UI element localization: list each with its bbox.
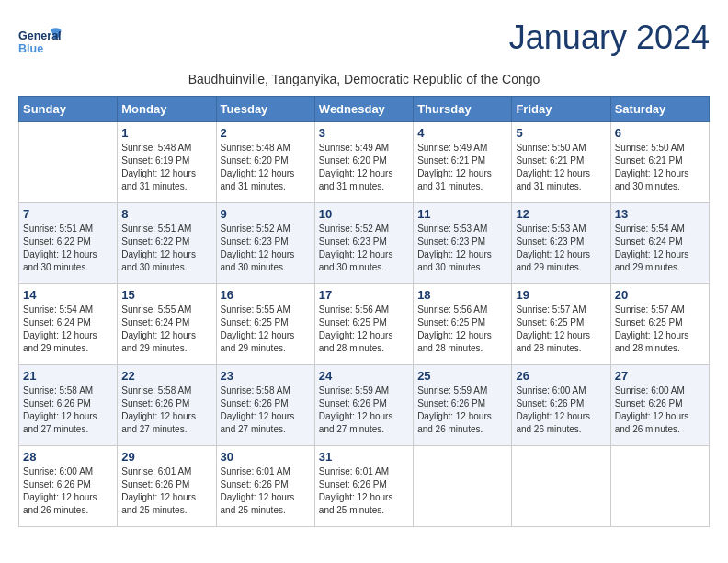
day-info: Sunrise: 5:55 AMSunset: 6:25 PMDaylight:…: [221, 304, 311, 355]
day-info: Sunrise: 5:57 AMSunset: 6:25 PMDaylight:…: [615, 304, 705, 355]
day-number: 5: [516, 126, 606, 140]
day-info: Sunrise: 5:57 AMSunset: 6:25 PMDaylight:…: [516, 304, 606, 355]
day-number: 12: [516, 207, 606, 221]
day-number: 9: [221, 207, 311, 221]
month-title: January 2024: [509, 18, 710, 57]
calendar-cell: 7Sunrise: 5:51 AMSunset: 6:22 PMDaylight…: [19, 203, 118, 284]
svg-text:Blue: Blue: [18, 42, 43, 55]
calendar-cell: 29Sunrise: 6:01 AMSunset: 6:26 PMDayligh…: [118, 446, 216, 527]
calendar-cell: 30Sunrise: 6:01 AMSunset: 6:26 PMDayligh…: [216, 446, 314, 527]
calendar-cell: 13Sunrise: 5:54 AMSunset: 6:24 PMDayligh…: [610, 203, 709, 284]
calendar-cell: 27Sunrise: 6:00 AMSunset: 6:26 PMDayligh…: [610, 365, 709, 446]
day-number: 4: [417, 126, 507, 140]
calendar-cell: 12Sunrise: 5:53 AMSunset: 6:23 PMDayligh…: [512, 203, 610, 284]
day-info: Sunrise: 5:52 AMSunset: 6:23 PMDaylight:…: [221, 223, 311, 274]
calendar-cell: [610, 446, 709, 527]
day-number: 16: [221, 288, 311, 302]
day-info: Sunrise: 5:50 AMSunset: 6:21 PMDaylight:…: [516, 142, 606, 193]
calendar-cell: 5Sunrise: 5:50 AMSunset: 6:21 PMDaylight…: [512, 122, 610, 203]
calendar-cell: 25Sunrise: 5:59 AMSunset: 6:26 PMDayligh…: [414, 365, 512, 446]
calendar-cell: 23Sunrise: 5:58 AMSunset: 6:26 PMDayligh…: [216, 365, 314, 446]
day-info: Sunrise: 6:01 AMSunset: 6:26 PMDaylight:…: [319, 465, 409, 517]
day-number: 10: [319, 207, 409, 221]
day-info: Sunrise: 5:48 AMSunset: 6:20 PMDaylight:…: [221, 142, 311, 193]
calendar-subtitle: Baudhuinville, Tanganyika, Democratic Re…: [18, 72, 710, 86]
logo: General Blue: [18, 18, 64, 64]
day-info: Sunrise: 5:56 AMSunset: 6:25 PMDaylight:…: [319, 304, 409, 355]
calendar-cell: 16Sunrise: 5:55 AMSunset: 6:25 PMDayligh…: [216, 284, 314, 365]
day-info: Sunrise: 5:55 AMSunset: 6:24 PMDaylight:…: [121, 304, 211, 355]
day-number: 22: [121, 369, 211, 383]
day-header-sunday: Sunday: [19, 97, 118, 122]
day-header-wednesday: Wednesday: [314, 97, 413, 122]
day-number: 6: [615, 126, 705, 140]
calendar-cell: 9Sunrise: 5:52 AMSunset: 6:23 PMDaylight…: [216, 203, 314, 284]
page-header: General Blue January 2024: [18, 18, 710, 64]
calendar-cell: 14Sunrise: 5:54 AMSunset: 6:24 PMDayligh…: [19, 284, 118, 365]
day-number: 30: [221, 450, 311, 464]
day-number: 17: [319, 288, 409, 302]
calendar-cell: 21Sunrise: 5:58 AMSunset: 6:26 PMDayligh…: [19, 365, 118, 446]
calendar-cell: 20Sunrise: 5:57 AMSunset: 6:25 PMDayligh…: [610, 284, 709, 365]
calendar-cell: [414, 446, 512, 527]
day-number: 2: [221, 126, 311, 140]
calendar-cell: 15Sunrise: 5:55 AMSunset: 6:24 PMDayligh…: [118, 284, 216, 365]
day-number: 25: [417, 369, 507, 383]
day-info: Sunrise: 6:00 AMSunset: 6:26 PMDaylight:…: [516, 385, 606, 436]
calendar-cell: [19, 122, 118, 203]
day-header-thursday: Thursday: [414, 97, 512, 122]
day-number: 21: [23, 369, 113, 383]
day-info: Sunrise: 5:52 AMSunset: 6:23 PMDaylight:…: [319, 223, 409, 274]
calendar-cell: 3Sunrise: 5:49 AMSunset: 6:20 PMDaylight…: [314, 122, 413, 203]
day-number: 29: [121, 450, 211, 464]
calendar-cell: 2Sunrise: 5:48 AMSunset: 6:20 PMDaylight…: [216, 122, 314, 203]
day-number: 19: [516, 288, 606, 302]
day-number: 27: [615, 369, 705, 383]
day-info: Sunrise: 5:51 AMSunset: 6:22 PMDaylight:…: [121, 223, 211, 274]
calendar-cell: 26Sunrise: 6:00 AMSunset: 6:26 PMDayligh…: [512, 365, 610, 446]
day-number: 23: [221, 369, 311, 383]
calendar-cell: 28Sunrise: 6:00 AMSunset: 6:26 PMDayligh…: [19, 446, 118, 527]
calendar-table: SundayMondayTuesdayWednesdayThursdayFrid…: [18, 96, 710, 527]
day-header-monday: Monday: [118, 97, 216, 122]
day-number: 15: [121, 288, 211, 302]
day-info: Sunrise: 6:01 AMSunset: 6:26 PMDaylight:…: [221, 465, 311, 517]
day-info: Sunrise: 5:58 AMSunset: 6:26 PMDaylight:…: [221, 385, 311, 436]
day-number: 1: [121, 126, 211, 140]
day-number: 7: [23, 207, 113, 221]
day-info: Sunrise: 5:53 AMSunset: 6:23 PMDaylight:…: [417, 223, 507, 274]
day-info: Sunrise: 5:56 AMSunset: 6:25 PMDaylight:…: [417, 304, 507, 355]
calendar-cell: 11Sunrise: 5:53 AMSunset: 6:23 PMDayligh…: [414, 203, 512, 284]
day-header-saturday: Saturday: [610, 97, 709, 122]
day-info: Sunrise: 6:01 AMSunset: 6:26 PMDaylight:…: [121, 465, 211, 517]
logo-svg: General Blue: [18, 18, 64, 64]
day-number: 31: [319, 450, 409, 464]
day-number: 26: [516, 369, 606, 383]
day-info: Sunrise: 5:53 AMSunset: 6:23 PMDaylight:…: [516, 223, 606, 274]
day-info: Sunrise: 5:49 AMSunset: 6:20 PMDaylight:…: [319, 142, 409, 193]
calendar-cell: 24Sunrise: 5:59 AMSunset: 6:26 PMDayligh…: [314, 365, 413, 446]
day-info: Sunrise: 5:59 AMSunset: 6:26 PMDaylight:…: [319, 385, 409, 436]
day-info: Sunrise: 5:48 AMSunset: 6:19 PMDaylight:…: [121, 142, 211, 193]
day-number: 20: [615, 288, 705, 302]
calendar-cell: 17Sunrise: 5:56 AMSunset: 6:25 PMDayligh…: [314, 284, 413, 365]
calendar-cell: 22Sunrise: 5:58 AMSunset: 6:26 PMDayligh…: [118, 365, 216, 446]
day-number: 28: [23, 450, 113, 464]
calendar-cell: 10Sunrise: 5:52 AMSunset: 6:23 PMDayligh…: [314, 203, 413, 284]
day-number: 11: [417, 207, 507, 221]
svg-text:General: General: [18, 29, 62, 42]
calendar-cell: 6Sunrise: 5:50 AMSunset: 6:21 PMDaylight…: [610, 122, 709, 203]
day-info: Sunrise: 5:49 AMSunset: 6:21 PMDaylight:…: [417, 142, 507, 193]
calendar-cell: [512, 446, 610, 527]
calendar-cell: 4Sunrise: 5:49 AMSunset: 6:21 PMDaylight…: [414, 122, 512, 203]
calendar-cell: 31Sunrise: 6:01 AMSunset: 6:26 PMDayligh…: [314, 446, 413, 527]
day-number: 13: [615, 207, 705, 221]
day-info: Sunrise: 5:51 AMSunset: 6:22 PMDaylight:…: [23, 223, 113, 274]
calendar-cell: 18Sunrise: 5:56 AMSunset: 6:25 PMDayligh…: [414, 284, 512, 365]
calendar-cell: 19Sunrise: 5:57 AMSunset: 6:25 PMDayligh…: [512, 284, 610, 365]
calendar-cell: 1Sunrise: 5:48 AMSunset: 6:19 PMDaylight…: [118, 122, 216, 203]
day-number: 8: [121, 207, 211, 221]
day-info: Sunrise: 5:58 AMSunset: 6:26 PMDaylight:…: [121, 385, 211, 436]
day-info: Sunrise: 6:00 AMSunset: 6:26 PMDaylight:…: [23, 465, 113, 517]
calendar-cell: 8Sunrise: 5:51 AMSunset: 6:22 PMDaylight…: [118, 203, 216, 284]
